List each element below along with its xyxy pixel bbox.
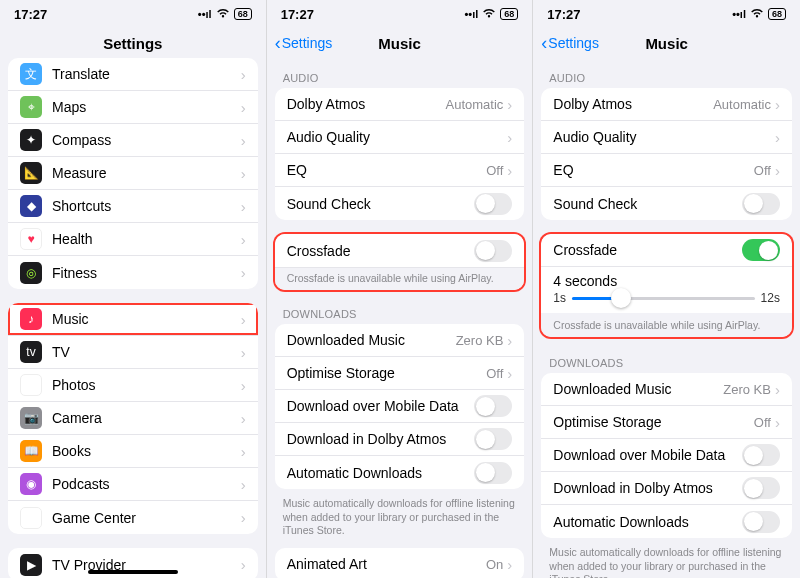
settings-item-gamecenter[interactable]: ✪Game Center›	[8, 501, 258, 534]
download-dolby-row[interactable]: Download in Dolby Atmos	[541, 472, 792, 505]
dolby-atmos-row[interactable]: Dolby Atmos Automatic ›	[275, 88, 525, 121]
row-label: Download in Dolby Atmos	[287, 431, 475, 447]
camera-icon: 📷	[20, 407, 42, 429]
crossfade-toggle[interactable]	[474, 240, 512, 262]
downloaded-music-row[interactable]: Downloaded Music Zero KB ›	[541, 373, 792, 406]
signal-icon: ••ıl	[464, 8, 478, 20]
status-time: 17:27	[547, 7, 580, 22]
optimise-storage-row[interactable]: Optimise Storage Off ›	[541, 406, 792, 439]
sound-check-row[interactable]: Sound Check	[275, 187, 525, 220]
settings-scroll[interactable]: 文Translate›⌖Maps›✦Compass›📐Measure›◆Shor…	[0, 58, 266, 578]
eq-row[interactable]: EQ Off ›	[275, 154, 525, 187]
back-button[interactable]: ‹ Settings	[275, 34, 333, 52]
optimise-storage-row[interactable]: Optimise Storage Off ›	[275, 357, 525, 390]
download-mobile-row[interactable]: Download over Mobile Data	[541, 439, 792, 472]
automatic-downloads-row[interactable]: Automatic Downloads	[541, 505, 792, 538]
status-indicators: ••ıl 68	[464, 8, 518, 20]
books-icon: 📖	[20, 440, 42, 462]
chevron-right-icon: ›	[507, 556, 512, 573]
audio-section-header: AUDIO	[267, 58, 533, 88]
dolby-atmos-row[interactable]: Dolby Atmos Automatic ›	[541, 88, 792, 121]
sound-check-toggle[interactable]	[474, 193, 512, 215]
chevron-right-icon: ›	[241, 509, 246, 526]
row-label: Downloaded Music	[287, 332, 456, 348]
back-button[interactable]: ‹ Settings	[541, 34, 599, 52]
crossfade-row[interactable]: Crossfade	[275, 234, 525, 267]
back-label: Settings	[282, 35, 333, 51]
row-label: Sound Check	[287, 196, 475, 212]
compass-icon: ✦	[20, 129, 42, 151]
crossfade-slider[interactable]	[572, 297, 755, 300]
automatic-downloads-row[interactable]: Automatic Downloads	[275, 456, 525, 489]
audio-quality-row[interactable]: Audio Quality ›	[541, 121, 792, 154]
settings-item-music[interactable]: ♪Music›	[8, 303, 258, 336]
slider-max-label: 12s	[761, 291, 780, 305]
row-label: Animated Art	[287, 556, 486, 572]
music-scroll[interactable]: AUDIO Dolby Atmos Automatic › Audio Qual…	[267, 58, 533, 578]
chevron-right-icon: ›	[241, 198, 246, 215]
download-mobile-toggle[interactable]	[742, 444, 780, 466]
row-label: Download over Mobile Data	[553, 447, 742, 463]
chevron-right-icon: ›	[241, 344, 246, 361]
row-label: Compass	[52, 132, 241, 148]
settings-item-compass[interactable]: ✦Compass›	[8, 124, 258, 157]
wifi-icon	[482, 8, 496, 20]
sound-check-toggle[interactable]	[742, 193, 780, 215]
gamecenter-icon: ✪	[20, 507, 42, 529]
health-icon: ♥	[20, 228, 42, 250]
download-mobile-toggle[interactable]	[474, 395, 512, 417]
row-value: Zero KB	[456, 333, 504, 348]
settings-item-tv[interactable]: tvTV›	[8, 336, 258, 369]
fitness-icon: ◎	[20, 262, 42, 284]
downloaded-music-row[interactable]: Downloaded Music Zero KB ›	[275, 324, 525, 357]
settings-item-podcasts[interactable]: ◉Podcasts›	[8, 468, 258, 501]
chevron-right-icon: ›	[241, 556, 246, 573]
crossfade-row[interactable]: Crossfade	[541, 234, 792, 267]
row-label: Translate	[52, 66, 241, 82]
wifi-icon	[216, 8, 230, 20]
settings-item-translate[interactable]: 文Translate›	[8, 58, 258, 91]
download-dolby-toggle[interactable]	[474, 428, 512, 450]
podcasts-icon: ◉	[20, 473, 42, 495]
settings-item-shortcuts[interactable]: ◆Shortcuts›	[8, 190, 258, 223]
chevron-right-icon: ›	[507, 365, 512, 382]
download-dolby-row[interactable]: Download in Dolby Atmos	[275, 423, 525, 456]
downloads-section-header: DOWNLOADS	[267, 294, 533, 324]
eq-row[interactable]: EQ Off ›	[541, 154, 792, 187]
row-label: Audio Quality	[553, 129, 775, 145]
crossfade-toggle[interactable]	[742, 239, 780, 261]
settings-item-measure[interactable]: 📐Measure›	[8, 157, 258, 190]
home-indicator[interactable]	[88, 570, 178, 574]
crossfade-slider-row[interactable]: 4 seconds 1s 12s	[541, 267, 792, 313]
animated-art-row[interactable]: Animated Art On ›	[275, 548, 525, 578]
settings-item-health[interactable]: ♥Health›	[8, 223, 258, 256]
chevron-right-icon: ›	[507, 96, 512, 113]
settings-item-photos[interactable]: ✿Photos›	[8, 369, 258, 402]
download-dolby-toggle[interactable]	[742, 477, 780, 499]
battery-icon: 68	[500, 8, 518, 20]
row-label: Automatic Downloads	[287, 465, 475, 481]
music-icon: ♪	[20, 308, 42, 330]
chevron-right-icon: ›	[241, 410, 246, 427]
settings-item-camera[interactable]: 📷Camera›	[8, 402, 258, 435]
music-scroll[interactable]: AUDIO Dolby Atmos Automatic › Audio Qual…	[533, 58, 800, 578]
row-label: Download over Mobile Data	[287, 398, 475, 414]
settings-item-fitness[interactable]: ◎Fitness›	[8, 256, 258, 289]
downloads-note: Music automatically downloads for offlin…	[267, 495, 533, 548]
crossfade-note: Crossfade is unavailable while using Air…	[541, 313, 792, 337]
settings-pane: 17:27 ••ıl 68 Settings 文Translate›⌖Maps›…	[0, 0, 267, 578]
row-label: Audio Quality	[287, 129, 508, 145]
automatic-downloads-toggle[interactable]	[474, 462, 512, 484]
settings-item-maps[interactable]: ⌖Maps›	[8, 91, 258, 124]
chevron-right-icon: ›	[241, 132, 246, 149]
download-mobile-row[interactable]: Download over Mobile Data	[275, 390, 525, 423]
row-label: EQ	[553, 162, 754, 178]
sound-check-row[interactable]: Sound Check	[541, 187, 792, 220]
automatic-downloads-toggle[interactable]	[742, 511, 780, 533]
audio-quality-row[interactable]: Audio Quality ›	[275, 121, 525, 154]
slider-knob[interactable]	[611, 288, 631, 308]
shortcuts-icon: ◆	[20, 195, 42, 217]
settings-item-books[interactable]: 📖Books›	[8, 435, 258, 468]
row-label: Dolby Atmos	[287, 96, 446, 112]
downloads-section-header: DOWNLOADS	[533, 343, 800, 373]
